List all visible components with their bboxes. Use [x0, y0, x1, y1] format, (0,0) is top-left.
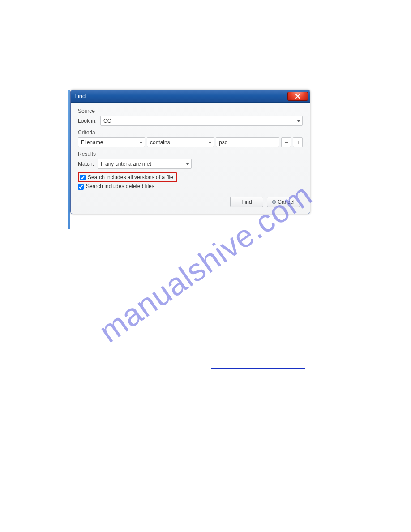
criteria-operator-combo[interactable]: contains	[147, 137, 214, 147]
checkbox-deleted-row[interactable]: Search includes deleted files	[78, 183, 304, 190]
match-combo[interactable]: If any criteria are met	[98, 159, 192, 169]
criteria-value-text: psd	[219, 139, 227, 146]
lookin-label: Look in:	[78, 118, 97, 124]
cancel-button-label: Cancel	[278, 199, 294, 205]
criteria-group-label: Criteria	[78, 129, 307, 136]
criteria-value-input[interactable]: psd	[216, 137, 279, 147]
chevron-down-icon	[297, 120, 300, 122]
titlebar: Find	[71, 90, 310, 103]
checkbox-versions[interactable]	[80, 175, 86, 180]
cancel-button[interactable]: Cancel	[267, 197, 300, 207]
find-button[interactable]: Find	[230, 197, 263, 207]
find-dialog: Find Source Look in: CC Criteria Filenam…	[70, 90, 310, 214]
checkbox-versions-label: Search includes all versions of a file	[88, 174, 173, 180]
source-group-label: Source	[78, 108, 307, 114]
criteria-operator-value: contains	[150, 139, 170, 146]
hyperlink-underline[interactable]	[211, 368, 305, 369]
dialog-button-row: Find Cancel	[73, 191, 307, 209]
criteria-field-combo[interactable]: Filename	[78, 137, 145, 147]
chevron-down-icon	[208, 142, 212, 144]
criteria-field-value: Filename	[81, 139, 103, 146]
match-value: If any criteria are met	[101, 161, 151, 167]
add-criteria-button[interactable]: +	[293, 137, 303, 147]
chevron-down-icon	[186, 163, 189, 165]
dialog-body: Source Look in: CC Criteria Filename con…	[71, 103, 310, 214]
close-button[interactable]	[287, 92, 308, 101]
match-label: Match:	[78, 161, 94, 167]
dialog-title: Find	[74, 93, 86, 99]
window-left-edge	[68, 90, 70, 229]
chevron-down-icon	[139, 142, 143, 144]
results-group-label: Results	[78, 151, 307, 157]
close-icon	[295, 94, 300, 99]
lookin-combo[interactable]: CC	[100, 116, 303, 126]
checkbox-versions-row[interactable]: Search includes all versions of a file	[78, 172, 177, 182]
criteria-row: Filename contains psd – +	[78, 137, 303, 147]
find-button-label: Find	[241, 199, 252, 205]
remove-criteria-button[interactable]: –	[281, 137, 291, 147]
diamond-icon	[272, 199, 277, 204]
lookin-row: Look in: CC	[78, 116, 303, 126]
checkbox-deleted[interactable]	[78, 184, 84, 190]
lookin-value: CC	[103, 118, 111, 124]
match-row: Match: If any criteria are met	[78, 159, 303, 169]
checkbox-deleted-label: Search includes deleted files	[86, 183, 154, 190]
